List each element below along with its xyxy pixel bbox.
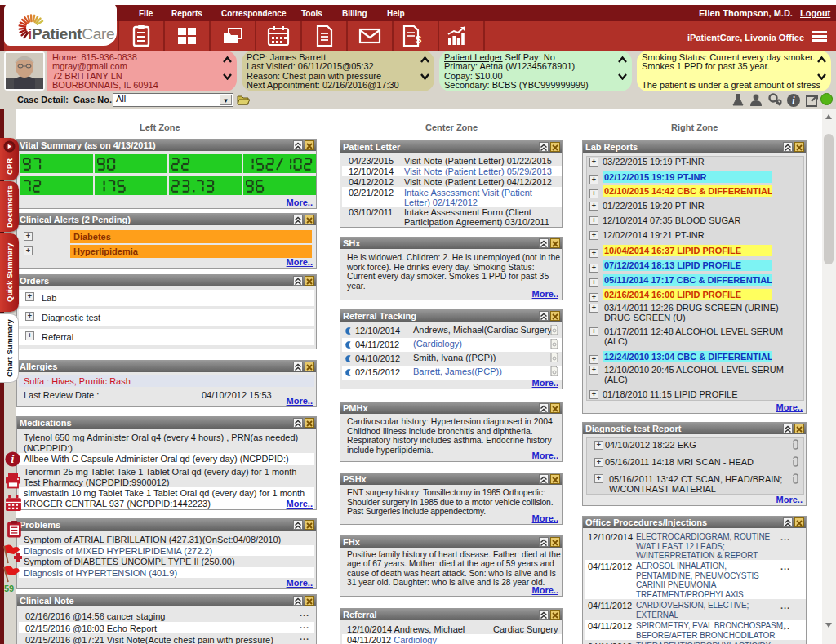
svg-text:i: i: [11, 453, 15, 465]
svg-text:$: $: [416, 33, 422, 46]
